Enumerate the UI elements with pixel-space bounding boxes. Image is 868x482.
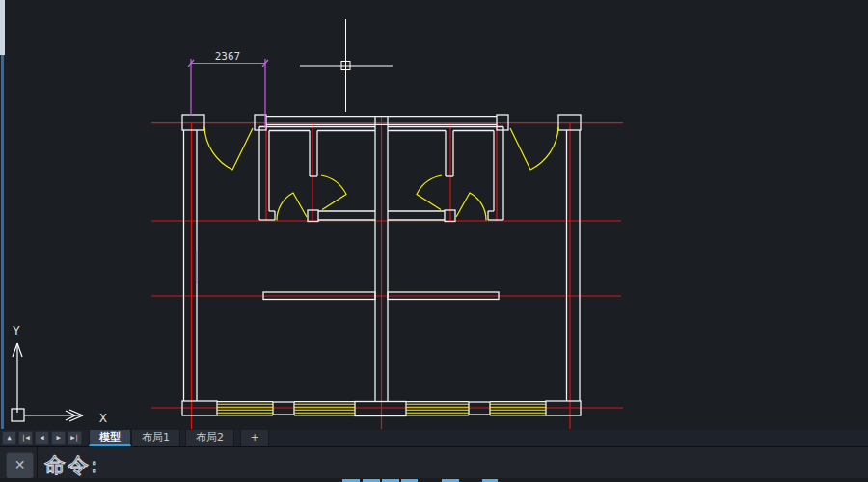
first-sheet-button[interactable]: |◀	[18, 431, 33, 445]
ucs-icon-item	[13, 343, 17, 357]
new-layout-button[interactable]: +	[240, 430, 269, 446]
command-prompt-text[interactable]: 命令:	[44, 451, 99, 480]
tab-model[interactable]: 模型	[89, 430, 131, 446]
ucs-icon-item	[69, 415, 83, 421]
tabbar-expand-button[interactable]: ▲	[2, 431, 16, 445]
drawing-labels-item: Y	[13, 323, 20, 337]
tab-layout2[interactable]: 布局2	[185, 430, 234, 446]
door-swings-item	[510, 127, 558, 170]
command-close-button[interactable]: ✕	[6, 452, 34, 479]
sheet-tab-bar: ▲ |◀ ◀ ▶ ▶| 模型 布局1 布局2 +	[0, 430, 868, 446]
next-sheet-button[interactable]: ▶	[51, 431, 66, 445]
drawing-labels-item: X	[99, 411, 107, 425]
wall-pillars-item	[355, 402, 406, 416]
door-swings-item	[456, 193, 486, 221]
last-sheet-button[interactable]: ▶|	[68, 431, 82, 445]
cad-application-window: 2367YX ▲ |◀ ◀ ▶ ▶| 模型 布局1 布局2 + ✕ 命令:	[0, 0, 868, 482]
door-swings-item	[204, 127, 253, 170]
door-swings-item	[277, 193, 307, 221]
dimension-lines	[188, 59, 268, 284]
ucs-icon	[13, 343, 83, 421]
ucs-icon-item	[69, 410, 83, 415]
command-line-panel: ✕ 命令:	[0, 446, 868, 482]
ucs-icon-item	[17, 343, 22, 357]
model-space-canvas[interactable]: 2367YX	[0, 0, 868, 430]
drawing-labels-item: 2367	[215, 50, 241, 63]
statusbar-edge	[0, 478, 868, 482]
prev-sheet-button[interactable]: ◀	[35, 431, 49, 445]
tab-layout1[interactable]: 布局1	[131, 430, 180, 446]
door-swings-item	[417, 175, 442, 210]
command-panel-divider	[37, 447, 38, 482]
drawing-labels: 2367YX	[13, 50, 240, 425]
door-swings-item	[321, 175, 346, 210]
crosshair	[300, 19, 393, 112]
